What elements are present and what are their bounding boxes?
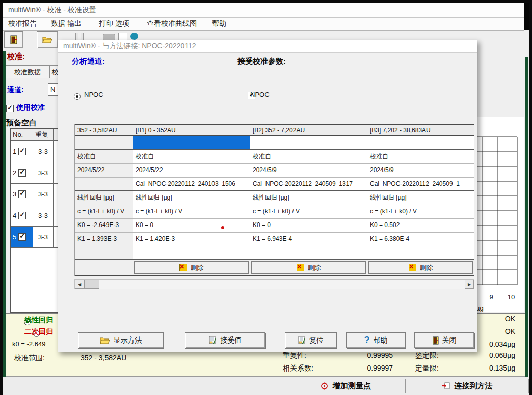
table-column-b1: [B1] 0 - 352AU 校准自 2024/5/22 Cal_NPOC-20… [133,124,250,276]
table-cell[interactable] [75,178,134,191]
table-cell[interactable]: K0 = 0.502 [367,219,474,233]
scroll-left-button[interactable]: ◀ [75,280,84,289]
menu-item-view-calibration-curve[interactable]: 查看校准曲线图 [147,19,197,29]
table-cell[interactable]: 线性回归 [µg] [250,191,367,205]
add-measure-point-button[interactable]: 增加测量点 [287,379,404,393]
show-method-button[interactable]: 显示方法 [78,332,164,348]
menu-item-help[interactable]: 帮助 [212,19,226,29]
use-calibration-checkbox[interactable] [6,105,14,112]
table-cell[interactable]: 线性回归 [µg] [367,191,474,205]
delete-calibration-button[interactable]: 删除 [134,261,249,274]
table-cell[interactable]: 2024/5/9 [367,164,474,178]
delete-calibration-button[interactable]: 删除 [251,261,366,274]
table-cell[interactable]: Cal_NPOC-20220112_240103_1506 [133,178,250,191]
table-cell[interactable]: 2024/5/22 [133,164,250,178]
exit-button[interactable] [4,31,23,48]
menubar: 校准报告 数据 输出 打印 选项 查看校准曲线图 帮助 [3,18,524,31]
table-cell[interactable]: c = (k1·I + k0) / V [250,205,367,219]
runs-row-selected[interactable]: 5 3-3 [11,227,60,248]
table-hscrollbar[interactable]: ◀ ▶ [74,279,474,289]
table-cell[interactable] [75,246,134,260]
quadratic-regression-label: 二次回归 [24,327,53,336]
range-header-cell: [B3] 7,202 - 38,683AU [367,124,474,136]
delete-calibration-button[interactable]: 删除 [368,261,473,274]
window-frame-left [3,51,6,377]
table-cell[interactable]: 校准自 [250,150,367,164]
run-checkbox[interactable] [18,148,26,155]
runs-header-repeat: 重复 [33,129,54,140]
run-checkbox[interactable] [18,212,26,219]
table-cell[interactable]: 校准自 [75,150,134,164]
runs-row[interactable]: 1 3-3 [11,141,60,162]
close-button[interactable]: 关闭 [414,332,474,348]
table-cell[interactable]: K0 = 0 [133,219,250,233]
table-cell[interactable] [75,136,134,150]
runs-row[interactable]: 2 3-3 [11,162,60,184]
help-circle-icon[interactable] [130,33,138,40]
runs-row[interactable]: 3 3-3 [11,184,60,205]
detection-limit-value: 0.068µg [464,351,515,359]
table-cell[interactable]: K0 = 0 [250,219,367,233]
table-cell[interactable]: K1 = 6.943E-4 [250,233,367,246]
table-cell[interactable]: 线性回归 [µg] [133,191,250,205]
table-cell[interactable] [367,136,474,150]
runs-header-no: No. [11,129,33,140]
run-repeat: 3-3 [33,227,54,247]
table-cell: 删除 [367,260,474,276]
use-calibration-label: 使用校准 [16,103,45,112]
table-cell[interactable]: K1 = 6.380E-4 [367,233,474,246]
help-button[interactable]: ? 帮助 [346,332,406,348]
scroll-right-button[interactable]: ▶ [465,280,474,289]
table-cell[interactable]: K1 = 1.393E-3 [75,233,134,246]
window-frame-right [525,57,528,377]
table-cell[interactable]: 2024/5/22 [75,164,134,178]
table-cell[interactable]: c = (k1·I + k0) / V [133,205,250,219]
runs-header-row: No. 重复 [11,129,60,141]
npoc-radio[interactable] [74,93,81,100]
table-cell[interactable]: c = (k1·I + k0) / V [367,205,474,219]
table-cell[interactable]: Cal_NPOC-20220112_240509_1317 [250,178,367,191]
runs-row[interactable]: 4 3-3 [11,205,60,227]
table-cell[interactable] [250,136,367,150]
run-checkbox[interactable] [18,190,26,198]
menu-item-calibration-report[interactable]: 校准报告 [8,19,37,29]
table-cell[interactable] [250,246,367,260]
table-cell[interactable]: 2024/5/9 [250,164,367,178]
run-checkbox[interactable] [18,169,26,177]
table-cell[interactable]: 线性回归 [µg] [75,191,134,205]
menu-item-print-options[interactable]: 打印 选项 [99,19,129,29]
table-cell[interactable]: c = (k1·I + k0) / V [75,205,134,219]
table-cell[interactable]: 校准自 [133,150,250,164]
table-cell[interactable] [367,246,474,260]
calibration-range-value: 352 - 3,582AU [81,354,126,362]
delete-button-label: 删除 [308,263,321,272]
x-tick: 9 [486,293,496,301]
table-cell [75,260,134,276]
table-cell[interactable]: Cal_NPOC-20220112_240509_1 [367,178,474,191]
scroll-thumb[interactable] [84,280,99,289]
accept-values-button[interactable]: 接受值 [185,332,265,348]
open-method-button[interactable] [37,31,58,48]
table-cell[interactable]: 校准自 [367,150,474,164]
analysis-channel-label: 分析通道: [72,57,105,66]
run-checkbox[interactable] [18,233,26,241]
table-cell[interactable]: K0 = -2.649E-3 [75,219,134,233]
reset-button[interactable]: 复位 [285,332,337,348]
calibration-chart [475,117,524,312]
table-cell[interactable]: K1 = 1.420E-3 [133,233,250,246]
menu-item-data-output[interactable]: 数据 输出 [51,19,82,29]
npoc-checkbox-label: NPOC [250,91,270,98]
tab-calibration-data[interactable]: 校准数据 [5,65,50,78]
question-mark-icon: ? [364,335,370,346]
correlation-value: 0.99997 [316,364,393,372]
table-column-fixed: 352 - 3,582AU 校准自 2024/5/22 线性回归 [µg] c … [74,124,134,276]
link-to-method-button[interactable]: 连接到方法 [405,379,529,393]
range-header-cell: [B2] 352 - 7,202AU [250,124,367,136]
selected-cell[interactable] [133,136,250,150]
window-titlebar: multiWin® - 校准 - 校准设置 [3,3,524,18]
run-repeat: 3-3 [33,184,54,205]
table-cell[interactable] [133,246,250,260]
x-tick: 10 [504,293,518,301]
channel-dropdown[interactable]: N [48,83,58,96]
folder-open-icon [42,36,52,43]
